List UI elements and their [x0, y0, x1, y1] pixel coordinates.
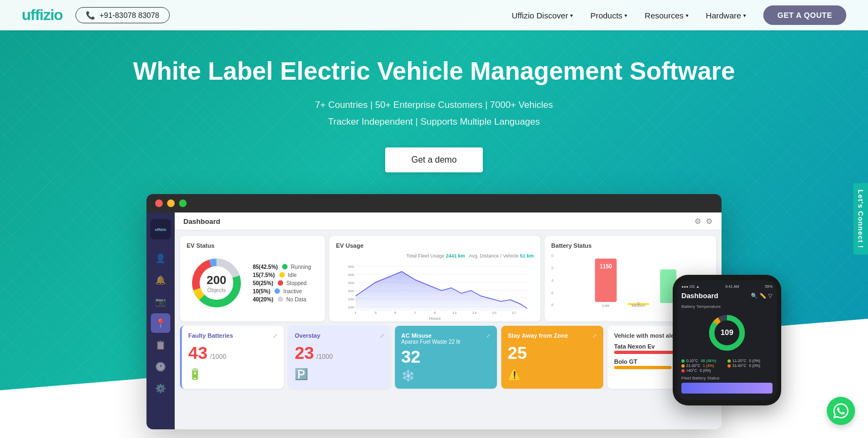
mobile-edit-icon[interactable]: ✏️: [760, 293, 766, 299]
ml-dot-4: [681, 369, 685, 372]
window-minimize-dot: [167, 199, 175, 207]
svg-text:300: 300: [348, 273, 354, 276]
mobile-search-icon[interactable]: 🔍: [751, 293, 757, 299]
get-quote-button[interactable]: GET A QOUTE: [763, 5, 846, 25]
stay-value-area: 25: [508, 343, 597, 363]
battery-status-title: Battery Status: [551, 242, 710, 249]
svg-text:200: 200: [348, 289, 354, 293]
legend-stopped: 50(25%) Stopped: [253, 280, 311, 286]
navbar-left: uffizio 📞 +91-83078 83078: [22, 7, 170, 24]
svg-text:Medium: Medium: [631, 304, 645, 307]
dashboard-body: uffizio 👤 🔔 📷 📍 📋 🕐 ⚙️ Dashboard: [146, 212, 722, 429]
ac-header: AC Misuse ⤢: [401, 332, 490, 339]
svg-text:17: 17: [512, 311, 516, 314]
sidebar-icon-clock[interactable]: 🕐: [151, 357, 170, 376]
ac-expand[interactable]: ⤢: [486, 333, 490, 339]
hero-title: White Label Electric Vehicle Management …: [133, 56, 735, 86]
connect-sidebar[interactable]: Let's Connect !: [853, 183, 868, 255]
mobile-filter-icon[interactable]: ▽: [768, 293, 773, 299]
mobile-legend-1: 11-20°C 0 (0%): [727, 359, 773, 363]
ac-extra: Aparax Fuel Waste 22 ltr: [401, 339, 490, 345]
sidebar-icon-list[interactable]: 📋: [151, 335, 170, 355]
svg-text:13: 13: [473, 311, 477, 314]
svg-text:250: 250: [348, 281, 354, 285]
faulty-icon: 🔋: [188, 368, 277, 381]
mobile-battery-temp-label: Battery Temperature: [681, 304, 773, 309]
ev-total: 200: [207, 273, 227, 287]
phone-button[interactable]: 📞 +91-83078 83078: [75, 7, 169, 23]
dashboard-mockup: uffizio 👤 🔔 📷 📍 📋 🕐 ⚙️ Dashboard: [146, 194, 722, 429]
window-close-dot: [155, 199, 163, 207]
navbar-right: Uffizio Discover ▾ Products ▾ Resources …: [512, 5, 846, 25]
ac-icon: ❄️: [401, 369, 490, 382]
mobile-time: 9:41 AM: [725, 285, 739, 288]
sidebar-icon-map[interactable]: 📍: [151, 313, 170, 333]
stay-away-widget: Stay Away from Zone ⤢ 25 ⚠️: [501, 326, 603, 389]
settings-icon[interactable]: ⚙: [706, 217, 713, 226]
sidebar-icon-bell[interactable]: 🔔: [151, 270, 170, 289]
window-maximize-dot: [179, 199, 187, 207]
ev-donut-chart: 200 Objects: [187, 253, 246, 313]
svg-text:150: 150: [348, 298, 354, 301]
svg-text:350: 350: [348, 265, 354, 268]
y-axis: 86420: [551, 253, 556, 307]
overstay-sub: /1000: [316, 353, 333, 360]
ac-value-area: 32: [401, 347, 490, 367]
running-dot: [282, 264, 288, 269]
svg-text:1: 1: [355, 311, 357, 314]
filter-icon[interactable]: ⚙: [694, 217, 701, 226]
phone-number: +91-83078 83078: [99, 11, 159, 20]
ac-misuse-widget: AC Misuse ⤢ Aparax Fuel Waste 22 ltr 32 …: [395, 326, 497, 389]
hero-subtitle: 7+ Countries | 50+ Enterprise Customers …: [315, 97, 553, 130]
ev-usage-meta: Total Fleet Usage 2441 km Avg. Distance …: [336, 253, 534, 259]
ev-usage-chart: 350 300 250 200 150 100 1 3: [336, 261, 534, 315]
dashboard-topbar: Dashboard ⚙ ⚙: [175, 212, 722, 230]
ev-total-label: Objects: [207, 287, 227, 293]
overstay-expand[interactable]: ⤢: [380, 333, 384, 339]
chevron-down-icon: ▾: [686, 12, 688, 18]
alert-bolo-bar: [614, 366, 672, 369]
logo: uffizio: [22, 7, 62, 24]
phone-icon: 📞: [86, 11, 95, 20]
demo-button[interactable]: Get a demo: [385, 147, 483, 172]
whatsapp-button[interactable]: [827, 397, 855, 425]
overstay-title: Overstay: [295, 332, 320, 339]
mobile-mockup: ●●● GS ▲ 9:41 AM 59% Dashboard 🔍 ✏️ ▽ Ba…: [673, 275, 781, 405]
ev-status-widget: EV Status: [180, 236, 325, 321]
legend-no-data: 40(20%) No Data: [253, 297, 311, 302]
nav-uffizio-discover[interactable]: Uffizio Discover ▾: [512, 11, 573, 20]
svg-text:109: 109: [720, 328, 733, 337]
svg-text:5: 5: [394, 311, 397, 314]
ev-status-title: EV Status: [187, 242, 318, 249]
no-data-dot: [278, 297, 283, 302]
sidebar-icon-camera[interactable]: 📷: [151, 292, 170, 311]
svg-text:11: 11: [452, 311, 457, 314]
ev-usage-widget: EV Usage Total Fleet Usage 2441 km Avg. …: [329, 236, 540, 321]
top-widgets-row: EV Status: [180, 236, 716, 321]
overstay-widget: Overstay ⤢ 23 /1000 🅿️: [288, 326, 390, 389]
stopped-dot: [278, 280, 283, 286]
sidebar-icon-settings[interactable]: ⚙️: [151, 378, 170, 398]
nav-hardware[interactable]: Hardware ▾: [706, 11, 746, 20]
mobile-frame: ●●● GS ▲ 9:41 AM 59% Dashboard 🔍 ✏️ ▽ Ba…: [673, 275, 781, 405]
nav-resources[interactable]: Resources ▾: [644, 11, 688, 20]
dashboard-title: Dashboard: [183, 217, 220, 226]
nav-products[interactable]: Products ▾: [590, 11, 627, 20]
stay-expand[interactable]: ⤢: [592, 333, 597, 339]
mobile-legend-0: 0-10°C 88 (88%): [681, 359, 726, 363]
faulty-expand[interactable]: ⤢: [273, 333, 277, 339]
ac-title: AC Misuse: [401, 332, 432, 339]
overstay-value: 23: [295, 343, 314, 363]
mobile-header-icons: 🔍 ✏️ ▽: [751, 293, 773, 299]
widgets-area: EV Status: [175, 230, 722, 429]
svg-text:3: 3: [374, 311, 376, 314]
sidebar-icon-user[interactable]: 👤: [151, 248, 170, 268]
mobile-legend-4: >40°C 0 (0%): [681, 369, 726, 372]
ev-usage-title: EV Usage: [336, 242, 534, 249]
mobile-fleet-label: Fleet Battery Status: [681, 376, 773, 381]
svg-text:Low: Low: [602, 304, 610, 307]
chevron-down-icon: ▾: [624, 12, 627, 18]
mobile-fleet-bar: [681, 383, 773, 394]
inactive-dot: [275, 288, 280, 294]
mobile-status-bar: ●●● GS ▲ 9:41 AM 59%: [681, 285, 773, 288]
